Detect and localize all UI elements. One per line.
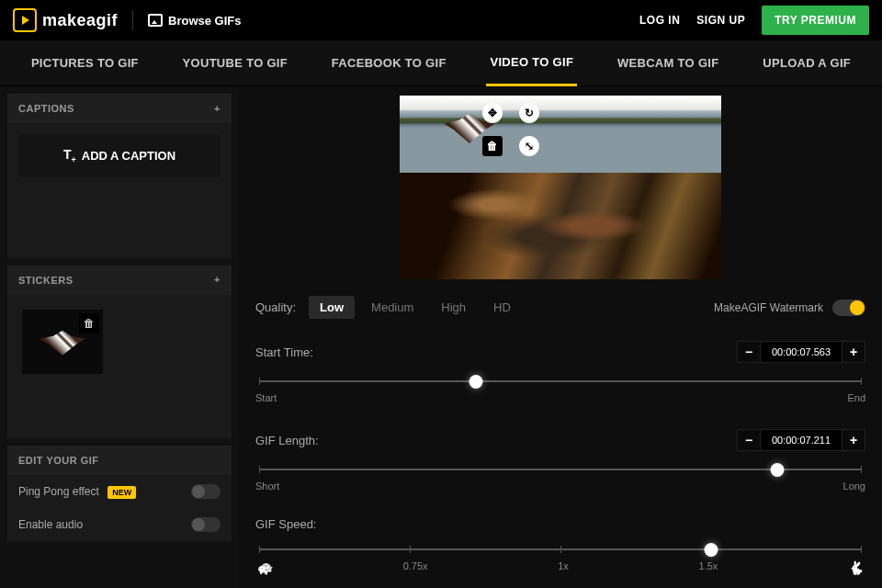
- tab-facebook[interactable]: FACEBOOK TO GIF: [328, 41, 450, 85]
- pingpong-row: Ping Pong effect NEW: [7, 475, 232, 508]
- stickers-panel: STICKERS + 🗑: [7, 266, 232, 438]
- watermark-row: MakeAGIF Watermark: [714, 300, 865, 316]
- login-link[interactable]: LOG IN: [639, 14, 680, 27]
- gif-length-input: − 00:00:07.211 +: [737, 429, 865, 451]
- header: makeagif Browse GIFs LOG IN SIGN UP TRY …: [0, 0, 882, 40]
- browse-gifs-link[interactable]: Browse GIFs: [148, 14, 241, 28]
- captions-title: CAPTIONS: [18, 103, 74, 114]
- watermark-toggle[interactable]: [832, 300, 865, 316]
- start-time-minus[interactable]: −: [737, 341, 761, 363]
- content: ✥ ↻ 🗑 ⤡ Quality: Low Medium High HD Make…: [239, 86, 882, 588]
- turtle-icon: 🐢: [257, 560, 273, 575]
- pingpong-toggle[interactable]: [191, 484, 220, 499]
- speed-1x: 1x: [558, 560, 569, 575]
- trash-icon: 🗑: [84, 317, 95, 330]
- audio-row: Enable audio: [7, 508, 232, 541]
- start-time-slider[interactable]: [259, 378, 862, 385]
- start-time-label: Start Time:: [255, 345, 313, 359]
- sticker-delete-button[interactable]: 🗑: [79, 313, 99, 334]
- captions-header: CAPTIONS +: [7, 94, 232, 123]
- divider: [132, 10, 133, 30]
- browse-label: Browse GIFs: [168, 14, 241, 28]
- gif-speed-label: GIF Speed:: [255, 517, 316, 531]
- gif-length-slider[interactable]: [259, 466, 862, 473]
- sidebar: CAPTIONS + T+ ADD A CAPTION STICKERS + 🗑: [0, 86, 239, 588]
- start-time-value[interactable]: 00:00:07.563: [761, 341, 842, 363]
- slider-tick: [410, 546, 411, 553]
- speed-075: 0.75x: [403, 560, 428, 575]
- rotate-icon: ↻: [525, 107, 534, 119]
- start-time-header: Start Time: − 00:00:07.563 +: [255, 341, 865, 363]
- tab-webcam[interactable]: WEBCAM TO GIF: [614, 41, 723, 85]
- gif-speed-header: GIF Speed:: [255, 517, 865, 531]
- try-premium-button[interactable]: TRY PREMIUM: [762, 6, 869, 35]
- overlay-move-button[interactable]: ✥: [482, 103, 503, 123]
- add-caption-button[interactable]: T+ ADD A CAPTION: [18, 134, 220, 177]
- logo[interactable]: makeagif: [13, 8, 118, 32]
- logo-icon: [13, 8, 37, 32]
- move-icon: ✥: [488, 107, 497, 119]
- tabs-bar: PICTURES TO GIF YOUTUBE TO GIF FACEBOOK …: [0, 40, 882, 86]
- add-caption-icon[interactable]: +: [214, 104, 220, 114]
- quality-hd[interactable]: HD: [482, 296, 522, 319]
- stickers-title: STICKERS: [18, 275, 74, 286]
- captions-body: T+ ADD A CAPTION: [7, 123, 232, 258]
- gif-length-plus[interactable]: +: [842, 429, 865, 451]
- pingpong-label: Ping Pong effect NEW: [18, 485, 136, 498]
- gif-speed-thumb[interactable]: [705, 543, 718, 557]
- edit-panel: EDIT YOUR GIF Ping Pong effect NEW Enabl…: [7, 446, 232, 541]
- overlay-rotate-button[interactable]: ↻: [519, 103, 539, 123]
- start-time-input: − 00:00:07.563 +: [737, 341, 865, 363]
- start-time-group: Start Time: − 00:00:07.563 + Start End: [255, 341, 865, 403]
- sticker-item[interactable]: 🗑: [22, 310, 103, 374]
- video-preview[interactable]: ✥ ↻ 🗑 ⤡: [400, 96, 721, 279]
- gif-speed-group: GIF Speed: 🐢 0.75x 1x 1.5x 🐇: [255, 517, 865, 575]
- gif-speed-slider[interactable]: [259, 546, 862, 553]
- short-label: Short: [255, 481, 279, 492]
- tab-video[interactable]: VIDEO TO GIF: [486, 40, 577, 86]
- slider-tick: [259, 546, 260, 553]
- overlay-sticker[interactable]: ✥ ↻ 🗑 ⤡: [444, 110, 495, 143]
- text-icon: T+: [63, 147, 76, 164]
- add-sticker-icon[interactable]: +: [214, 275, 220, 285]
- image-icon: [148, 14, 163, 27]
- stickers-spacer: [18, 378, 220, 427]
- long-label: Long: [843, 481, 865, 492]
- quality-medium[interactable]: Medium: [360, 296, 424, 319]
- quality-label: Quality:: [255, 300, 296, 314]
- slider-tick-start: [259, 378, 260, 385]
- start-time-thumb[interactable]: [469, 375, 483, 389]
- overlay-resize-button[interactable]: ⤡: [519, 136, 539, 156]
- gif-length-header: GIF Length: − 00:00:07.211 +: [255, 429, 865, 451]
- quality-high[interactable]: High: [430, 296, 477, 319]
- quality-row: Quality: Low Medium High HD MakeAGIF Wat…: [255, 296, 865, 319]
- gif-length-group: GIF Length: − 00:00:07.211 + Short Long: [255, 429, 865, 492]
- end-label: End: [847, 392, 865, 403]
- stickers-body: 🗑: [7, 295, 232, 438]
- speed-15x: 1.5x: [699, 560, 718, 575]
- signup-link[interactable]: SIGN UP: [696, 14, 745, 27]
- audio-toggle[interactable]: [191, 517, 220, 532]
- slider-tick: [861, 546, 862, 553]
- quality-low[interactable]: Low: [309, 296, 355, 319]
- slider-track: [259, 380, 862, 382]
- gif-length-thumb[interactable]: [771, 463, 785, 477]
- audio-label: Enable audio: [18, 518, 83, 531]
- captions-panel: CAPTIONS + T+ ADD A CAPTION: [7, 94, 232, 258]
- gif-length-value[interactable]: 00:00:07.211: [761, 429, 842, 451]
- header-right: LOG IN SIGN UP TRY PREMIUM: [639, 6, 869, 35]
- main: CAPTIONS + T+ ADD A CAPTION STICKERS + 🗑: [0, 86, 882, 588]
- logo-text: makeagif: [42, 11, 118, 30]
- tab-youtube[interactable]: YOUTUBE TO GIF: [179, 41, 291, 85]
- start-time-plus[interactable]: +: [842, 341, 865, 363]
- rabbit-icon: 🐇: [848, 560, 864, 575]
- tab-pictures[interactable]: PICTURES TO GIF: [28, 41, 142, 85]
- gif-length-minus[interactable]: −: [737, 429, 761, 451]
- overlay-delete-button[interactable]: 🗑: [482, 136, 503, 156]
- resize-icon: ⤡: [525, 140, 534, 153]
- slider-tick-start: [259, 466, 260, 473]
- tab-upload[interactable]: UPLOAD A GIF: [759, 41, 854, 85]
- header-left: makeagif Browse GIFs: [13, 8, 242, 32]
- trash-icon: 🗑: [487, 140, 498, 153]
- watermark-label: MakeAGIF Watermark: [714, 301, 823, 314]
